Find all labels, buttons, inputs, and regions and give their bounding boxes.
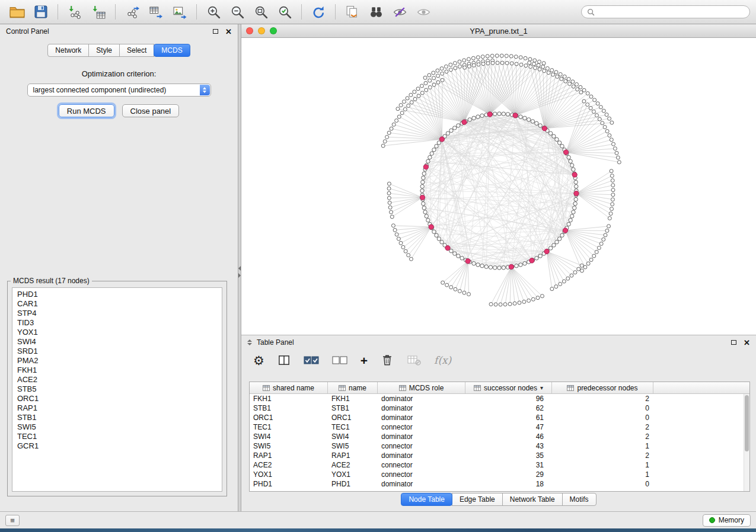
control-panel: Control Panel ✕ NetworkStyleSelectMCDS O… [0,24,238,511]
splitter-grip-icon[interactable] [238,264,241,280]
mcds-node-item[interactable]: PHD1 [12,290,222,299]
memory-button[interactable]: Memory [703,514,751,527]
minimize-window-button[interactable] [258,27,265,34]
add-column-button[interactable]: + [361,351,368,370]
table-row[interactable]: PHD1PHD1dominator180 [250,479,749,489]
table-tab-edge-table[interactable]: Edge Table [452,493,503,506]
maximize-window-button[interactable] [270,27,277,34]
column-header-successor-nodes[interactable]: successor nodes▾ [465,382,552,393]
duplicate-network-button[interactable] [341,2,363,21]
table-panel-title: Table Panel [257,338,294,347]
table-settings-button[interactable]: ⚙ [253,351,264,370]
table-row[interactable]: TEC1TEC1connector472 [250,422,749,432]
table-cell: 1 [552,461,653,469]
mcds-node-item[interactable]: SWI4 [12,337,222,347]
mcds-node-item[interactable]: PMA2 [12,356,222,366]
delete-table-button[interactable] [407,351,421,370]
deselect-all-button[interactable] [332,351,347,370]
close-panel-icon[interactable]: ✕ [225,28,232,36]
table-row[interactable]: SWI5SWI5connector431 [250,441,749,451]
optimization-dropdown[interactable]: largest connected component (undirected) [27,84,211,97]
table-tab-network-table[interactable]: Network Table [502,493,563,506]
mcds-node-item[interactable]: STB5 [12,384,222,394]
close-window-button[interactable] [246,27,253,34]
table-scrollbar[interactable] [744,394,749,491]
import-network-button[interactable] [63,2,86,21]
close-panel-button[interactable]: Close panel [122,104,180,117]
mcds-node-item[interactable]: STB1 [12,413,222,422]
right-column: YPA_prune.txt_1 Table Panel ✕ ⚙ [241,24,756,511]
table-row[interactable]: RAP1RAP1dominator352 [250,451,749,460]
tab-select[interactable]: Select [119,44,154,57]
column-header-predecessor-nodes[interactable]: predecessor nodes [552,382,653,393]
mcds-node-item[interactable]: GCR1 [12,441,222,451]
task-history-button[interactable]: ≡ [5,515,20,526]
mcds-node-item[interactable]: ORC1 [12,394,222,403]
mcds-node-item[interactable]: TID3 [12,318,222,328]
zoom-selected-button[interactable] [273,2,296,21]
table-row[interactable]: YOX1YOX1connector291 [250,470,749,479]
table-row[interactable]: SWI4SWI4dominator462 [250,432,749,441]
close-table-panel-icon[interactable]: ✕ [744,339,750,347]
table-tab-node-table[interactable]: Node Table [401,493,452,506]
float-panel-icon[interactable] [213,29,218,34]
column-header-shared-name[interactable]: shared name [250,382,328,393]
gear-icon: ⚙ [253,354,264,367]
mcds-node-item[interactable]: SWI5 [12,422,222,432]
table-cell: YOX1 [250,470,328,479]
zoom-fit-button[interactable] [250,2,272,21]
table-tab-motifs[interactable]: Motifs [562,493,596,506]
table-cell: 2 [552,423,653,431]
tab-network[interactable]: Network [47,44,89,57]
zoom-in-icon [206,5,221,20]
zoom-in-button[interactable] [202,2,225,21]
select-all-button[interactable] [304,351,319,370]
table-row[interactable]: ACE2ACE2connector311 [250,460,749,470]
save-session-button[interactable] [30,2,52,21]
search-box[interactable] [581,5,750,18]
export-network-button[interactable] [121,2,143,21]
mcds-node-item[interactable]: SRD1 [12,347,222,356]
sort-indicator-icon: ▾ [540,384,543,391]
mcds-node-item[interactable]: RAP1 [12,403,222,413]
scrollbar-thumb[interactable] [745,395,749,451]
table-cell: connector [378,461,465,469]
table-row[interactable]: FKH1FKH1dominator962 [250,394,749,403]
run-mcds-button[interactable]: Run MCDS [59,104,114,117]
export-table-button[interactable] [145,2,167,21]
table-row[interactable]: STB1STB1dominator620 [250,403,749,413]
mcds-node-item[interactable]: YOX1 [12,328,222,337]
mcds-node-item[interactable]: TEC1 [12,432,222,441]
tab-mcds[interactable]: MCDS [154,44,190,57]
float-table-panel-icon[interactable] [731,340,736,345]
table-cell: ACE2 [250,461,328,469]
hide-selected-button[interactable] [388,2,411,21]
tab-style[interactable]: Style [88,44,120,57]
show-all-button[interactable] [412,2,435,21]
function-builder-button[interactable]: f(x) [434,351,451,370]
column-header-MCDS-role[interactable]: MCDS role [378,382,465,393]
table-body: FKH1FKH1dominator962STB1STB1dominator620… [250,394,749,489]
mcds-node-item[interactable]: ACE2 [12,375,222,384]
network-canvas[interactable] [241,38,756,335]
mcds-node-item[interactable]: CAR1 [12,299,222,309]
import-table-icon [91,5,106,20]
find-button[interactable] [365,2,387,21]
mcds-node-item[interactable]: STP4 [12,309,222,318]
table-cell: dominator [378,432,465,441]
column-type-icon [263,385,270,391]
search-input[interactable] [598,7,744,17]
horizontal-splitter-grip-icon[interactable] [247,339,252,345]
mcds-node-item[interactable]: FKH1 [12,366,222,375]
show-columns-button[interactable] [277,351,291,370]
open-session-button[interactable] [6,2,28,21]
table-row[interactable]: ORC1ORC1dominator610 [250,413,749,422]
table-cell: 46 [465,432,552,441]
delete-column-button[interactable] [381,351,394,370]
refresh-button[interactable] [307,2,330,21]
column-header-name[interactable]: name [328,382,378,393]
zoom-out-button[interactable] [226,2,248,21]
mcds-result-list[interactable]: PHD1CAR1STP4TID3YOX1SWI4SRD1PMA2FKH1ACE2… [12,287,222,492]
export-image-button[interactable] [168,2,191,21]
import-table-button[interactable] [87,2,110,21]
